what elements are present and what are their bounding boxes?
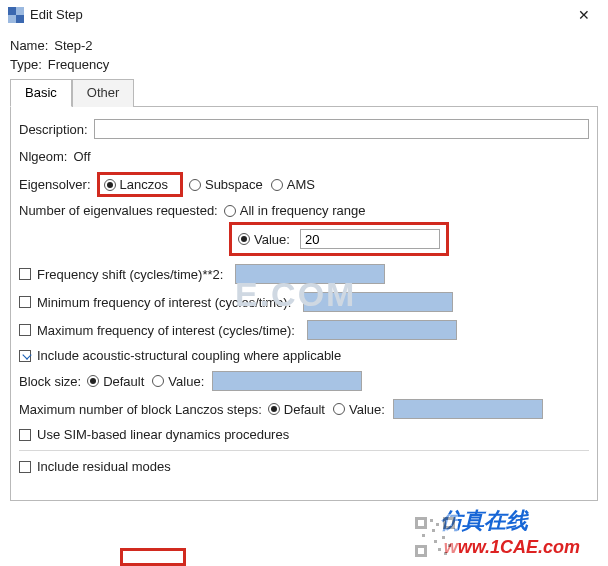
separator bbox=[19, 450, 589, 451]
svg-rect-10 bbox=[418, 548, 424, 554]
close-button[interactable]: ✕ bbox=[568, 3, 600, 27]
acoustic-label: Include acoustic-structural coupling whe… bbox=[37, 348, 341, 363]
radio-maxblock-default[interactable]: Default bbox=[268, 402, 325, 417]
block-size-label: Block size: bbox=[19, 374, 81, 389]
block-size-row: Block size: Default Value: bbox=[19, 371, 589, 391]
svg-rect-19 bbox=[444, 552, 447, 555]
radio-subspace-label: Subspace bbox=[205, 177, 263, 192]
radio-value[interactable]: Value: bbox=[238, 232, 290, 247]
chk-freq-shift[interactable]: Frequency shift (cycles/time)**2: bbox=[19, 267, 223, 282]
footer-url: www.1CAE.com bbox=[444, 537, 580, 558]
window-title: Edit Step bbox=[30, 7, 568, 22]
type-label: Type: bbox=[10, 57, 42, 72]
svg-rect-2 bbox=[8, 15, 16, 23]
radio-block-value[interactable]: Value: bbox=[152, 374, 204, 389]
radio-all-freq-label: All in frequency range bbox=[240, 203, 366, 218]
qr-icon bbox=[412, 514, 458, 560]
tab-body-basic: Description: Nlgeom: Off Eigensolver: La… bbox=[10, 107, 598, 501]
titlebar: Edit Step ✕ bbox=[0, 0, 608, 30]
app-icon bbox=[8, 7, 24, 23]
nlgeom-row: Nlgeom: Off bbox=[19, 149, 589, 164]
max-block-field[interactable] bbox=[393, 399, 543, 419]
nlgeom-value: Off bbox=[73, 149, 90, 164]
svg-rect-0 bbox=[8, 7, 16, 15]
max-block-label: Maximum number of block Lanczos steps: bbox=[19, 402, 262, 417]
chk-sim[interactable]: Use SIM-based linear dynamics procedures bbox=[19, 427, 289, 442]
name-label: Name: bbox=[10, 38, 48, 53]
max-freq-label: Maximum frequency of interest (cycles/ti… bbox=[37, 323, 295, 338]
radio-block-default[interactable]: Default bbox=[87, 374, 144, 389]
freq-shift-field[interactable] bbox=[235, 264, 385, 284]
radio-ams-label: AMS bbox=[287, 177, 315, 192]
svg-rect-15 bbox=[442, 536, 445, 539]
ok-button-highlight bbox=[120, 548, 186, 566]
num-eig-value-row: Value: bbox=[229, 222, 589, 256]
radio-lanczos[interactable]: Lanczos bbox=[104, 177, 168, 192]
svg-rect-1 bbox=[16, 7, 24, 15]
nlgeom-label: Nlgeom: bbox=[19, 149, 67, 164]
svg-rect-16 bbox=[434, 540, 437, 543]
max-freq-field[interactable] bbox=[307, 320, 457, 340]
sim-label: Use SIM-based linear dynamics procedures bbox=[37, 427, 289, 442]
svg-rect-18 bbox=[438, 548, 441, 551]
svg-rect-14 bbox=[422, 534, 425, 537]
description-input[interactable] bbox=[94, 119, 589, 139]
radio-block-default-label: Default bbox=[103, 374, 144, 389]
svg-rect-11 bbox=[430, 519, 433, 522]
min-freq-field[interactable] bbox=[303, 292, 453, 312]
description-row: Description: bbox=[19, 119, 589, 139]
radio-maxblock-default-label: Default bbox=[284, 402, 325, 417]
max-block-row: Maximum number of block Lanczos steps: D… bbox=[19, 399, 589, 419]
acoustic-row: Include acoustic-structural coupling whe… bbox=[19, 348, 589, 363]
chk-residual[interactable]: Include residual modes bbox=[19, 459, 171, 474]
chk-max-freq[interactable]: Maximum frequency of interest (cycles/ti… bbox=[19, 323, 295, 338]
residual-row: Include residual modes bbox=[19, 459, 589, 474]
radio-subspace[interactable]: Subspace bbox=[189, 177, 263, 192]
freq-shift-row: Frequency shift (cycles/time)**2: bbox=[19, 264, 589, 284]
eigensolver-row: Eigensolver: Lanczos Subspace AMS bbox=[19, 172, 589, 197]
type-row: Type: Frequency bbox=[10, 57, 598, 72]
svg-rect-17 bbox=[448, 544, 451, 547]
radio-ams[interactable]: AMS bbox=[271, 177, 315, 192]
num-eig-label: Number of eigenvalues requested: bbox=[19, 203, 218, 218]
num-eig-row: Number of eigenvalues requested: All in … bbox=[19, 203, 589, 218]
name-value: Step-2 bbox=[54, 38, 92, 53]
tab-other[interactable]: Other bbox=[72, 79, 135, 107]
radio-maxblock-value[interactable]: Value: bbox=[333, 402, 385, 417]
svg-rect-8 bbox=[446, 520, 452, 526]
svg-rect-12 bbox=[436, 523, 439, 526]
svg-rect-3 bbox=[16, 15, 24, 23]
eigensolver-label: Eigensolver: bbox=[19, 177, 91, 192]
sim-row: Use SIM-based linear dynamics procedures bbox=[19, 427, 589, 442]
residual-label: Include residual modes bbox=[37, 459, 171, 474]
tab-basic[interactable]: Basic bbox=[10, 79, 72, 107]
block-size-field[interactable] bbox=[212, 371, 362, 391]
radio-all-freq[interactable]: All in frequency range bbox=[224, 203, 366, 218]
max-freq-row: Maximum frequency of interest (cycles/ti… bbox=[19, 320, 589, 340]
chk-min-freq[interactable]: Minimum frequency of interest (cycles/ti… bbox=[19, 295, 291, 310]
svg-rect-13 bbox=[432, 529, 435, 532]
min-freq-label: Minimum frequency of interest (cycles/ti… bbox=[37, 295, 291, 310]
radio-maxblock-value-label: Value: bbox=[349, 402, 385, 417]
radio-block-value-label: Value: bbox=[168, 374, 204, 389]
name-row: Name: Step-2 bbox=[10, 38, 598, 53]
content: Name: Step-2 Type: Frequency Basic Other… bbox=[0, 30, 608, 501]
freq-shift-label: Frequency shift (cycles/time)**2: bbox=[37, 267, 223, 282]
num-eig-value-input[interactable] bbox=[300, 229, 440, 249]
tabs: Basic Other bbox=[10, 78, 598, 107]
svg-rect-6 bbox=[418, 520, 424, 526]
min-freq-row: Minimum frequency of interest (cycles/ti… bbox=[19, 292, 589, 312]
radio-lanczos-label: Lanczos bbox=[120, 177, 168, 192]
type-value: Frequency bbox=[48, 57, 109, 72]
radio-value-label: Value: bbox=[254, 232, 290, 247]
description-label: Description: bbox=[19, 122, 88, 137]
chk-acoustic[interactable]: Include acoustic-structural coupling whe… bbox=[19, 348, 341, 363]
